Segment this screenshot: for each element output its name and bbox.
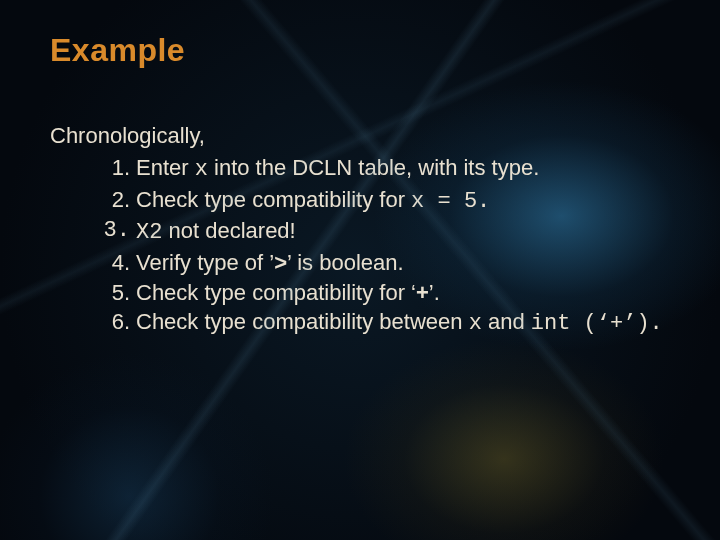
- step-text: Verify type of ’: [136, 250, 274, 275]
- step-text: Check type compatibility for: [136, 187, 411, 212]
- intro-line: Chronologically,: [50, 123, 670, 149]
- slide-title: Example: [50, 32, 670, 69]
- step-item-1: Enter x into the DCLN table, with its ty…: [136, 153, 670, 185]
- step-item-5: Check type compatibility for ‘+’.: [136, 278, 670, 308]
- step-item-2: Check type compatibility for x = 5.: [136, 185, 670, 217]
- step-item-4: Verify type of ’>’ is boolean.: [136, 248, 670, 278]
- code-span: int (‘+’).: [531, 311, 663, 336]
- code-span: x = 5.: [411, 189, 490, 214]
- code-span: x: [469, 311, 482, 336]
- step-text: Check type compatibility for ‘: [136, 280, 416, 305]
- step-item-3: X2 not declared!: [136, 216, 670, 248]
- code-span: X2: [136, 220, 162, 245]
- step-item-6: Check type compatibility between x and i…: [136, 307, 670, 339]
- bold-op: +: [416, 280, 429, 305]
- step-text: Enter: [136, 155, 195, 180]
- step-text: ’.: [429, 280, 440, 305]
- step-text: and: [482, 309, 531, 334]
- step-text: not declared!: [162, 218, 295, 243]
- bold-op: >: [274, 250, 287, 275]
- step-text: Check type compatibility between: [136, 309, 469, 334]
- step-text: into the DCLN table, with its type.: [208, 155, 539, 180]
- step-text: ’ is boolean.: [287, 250, 404, 275]
- code-span: x: [195, 157, 208, 182]
- step-list: Enter x into the DCLN table, with its ty…: [50, 153, 670, 339]
